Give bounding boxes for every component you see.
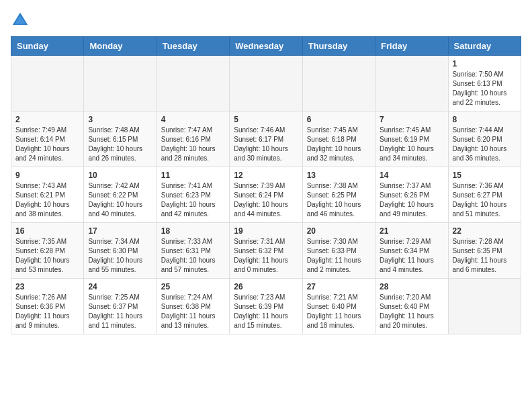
day-number: 20 bbox=[307, 226, 371, 236]
calendar-week-0: 1Sunrise: 7:50 AM Sunset: 6:13 PM Daylig… bbox=[11, 56, 521, 111]
day-info: Sunrise: 7:42 AM Sunset: 6:22 PM Dayligh… bbox=[88, 181, 152, 219]
day-number: 24 bbox=[88, 282, 152, 291]
calendar-cell bbox=[230, 56, 302, 111]
day-number: 17 bbox=[88, 226, 152, 236]
calendar-week-3: 16Sunrise: 7:35 AM Sunset: 6:28 PM Dayli… bbox=[11, 223, 521, 279]
calendar-cell: 3Sunrise: 7:48 AM Sunset: 6:15 PM Daylig… bbox=[84, 111, 157, 167]
day-number: 7 bbox=[380, 115, 443, 124]
calendar-week-2: 9Sunrise: 7:43 AM Sunset: 6:21 PM Daylig… bbox=[11, 167, 521, 223]
calendar-cell: 7Sunrise: 7:45 AM Sunset: 6:19 PM Daylig… bbox=[375, 111, 448, 167]
calendar-week-1: 2Sunrise: 7:49 AM Sunset: 6:14 PM Daylig… bbox=[11, 111, 521, 167]
day-number: 11 bbox=[161, 171, 225, 180]
calendar-cell: 23Sunrise: 7:26 AM Sunset: 6:36 PM Dayli… bbox=[11, 279, 84, 334]
day-info: Sunrise: 7:21 AM Sunset: 6:40 PM Dayligh… bbox=[307, 293, 371, 330]
calendar-cell: 16Sunrise: 7:35 AM Sunset: 6:28 PM Dayli… bbox=[11, 223, 84, 279]
day-info: Sunrise: 7:36 AM Sunset: 6:27 PM Dayligh… bbox=[453, 181, 517, 219]
day-info: Sunrise: 7:44 AM Sunset: 6:20 PM Dayligh… bbox=[453, 126, 517, 163]
day-info: Sunrise: 7:50 AM Sunset: 6:13 PM Dayligh… bbox=[453, 70, 517, 107]
calendar-cell: 13Sunrise: 7:38 AM Sunset: 6:25 PM Dayli… bbox=[302, 167, 375, 223]
calendar-cell: 25Sunrise: 7:24 AM Sunset: 6:38 PM Dayli… bbox=[157, 279, 229, 334]
day-number: 26 bbox=[234, 282, 298, 291]
calendar-cell: 5Sunrise: 7:46 AM Sunset: 6:17 PM Daylig… bbox=[230, 111, 302, 167]
day-info: Sunrise: 7:23 AM Sunset: 6:39 PM Dayligh… bbox=[234, 293, 298, 330]
calendar-cell: 2Sunrise: 7:49 AM Sunset: 6:14 PM Daylig… bbox=[11, 111, 84, 167]
day-info: Sunrise: 7:37 AM Sunset: 6:26 PM Dayligh… bbox=[380, 181, 443, 219]
weekday-wednesday: Wednesday bbox=[230, 37, 302, 56]
day-info: Sunrise: 7:29 AM Sunset: 6:34 PM Dayligh… bbox=[380, 237, 443, 275]
day-number: 16 bbox=[15, 226, 79, 236]
day-info: Sunrise: 7:49 AM Sunset: 6:14 PM Dayligh… bbox=[15, 126, 79, 163]
day-number: 14 bbox=[380, 171, 443, 180]
day-info: Sunrise: 7:35 AM Sunset: 6:28 PM Dayligh… bbox=[15, 237, 79, 275]
day-info: Sunrise: 7:45 AM Sunset: 6:19 PM Dayligh… bbox=[380, 126, 443, 163]
day-info: Sunrise: 7:33 AM Sunset: 6:31 PM Dayligh… bbox=[161, 237, 225, 275]
calendar-cell: 19Sunrise: 7:31 AM Sunset: 6:32 PM Dayli… bbox=[230, 223, 302, 279]
day-info: Sunrise: 7:31 AM Sunset: 6:32 PM Dayligh… bbox=[234, 237, 298, 275]
calendar-cell: 27Sunrise: 7:21 AM Sunset: 6:40 PM Dayli… bbox=[302, 279, 375, 334]
day-info: Sunrise: 7:20 AM Sunset: 6:40 PM Dayligh… bbox=[380, 293, 443, 330]
day-info: Sunrise: 7:26 AM Sunset: 6:36 PM Dayligh… bbox=[15, 293, 79, 330]
day-number: 25 bbox=[161, 282, 225, 291]
calendar-cell bbox=[375, 56, 448, 111]
day-number: 10 bbox=[88, 171, 152, 180]
calendar-body: 1Sunrise: 7:50 AM Sunset: 6:13 PM Daylig… bbox=[11, 56, 521, 334]
day-number: 27 bbox=[307, 282, 371, 291]
day-info: Sunrise: 7:46 AM Sunset: 6:17 PM Dayligh… bbox=[234, 126, 298, 163]
day-number: 19 bbox=[234, 226, 298, 236]
calendar-cell: 24Sunrise: 7:25 AM Sunset: 6:37 PM Dayli… bbox=[84, 279, 157, 334]
weekday-thursday: Thursday bbox=[302, 37, 375, 56]
day-info: Sunrise: 7:24 AM Sunset: 6:38 PM Dayligh… bbox=[161, 293, 225, 330]
day-info: Sunrise: 7:45 AM Sunset: 6:18 PM Dayligh… bbox=[307, 126, 371, 163]
day-info: Sunrise: 7:48 AM Sunset: 6:15 PM Dayligh… bbox=[88, 126, 152, 163]
day-number: 8 bbox=[453, 115, 517, 124]
day-info: Sunrise: 7:39 AM Sunset: 6:24 PM Dayligh… bbox=[234, 181, 298, 219]
weekday-saturday: Saturday bbox=[448, 37, 521, 56]
calendar-cell: 20Sunrise: 7:30 AM Sunset: 6:33 PM Dayli… bbox=[302, 223, 375, 279]
day-number: 5 bbox=[234, 115, 298, 124]
weekday-sunday: Sunday bbox=[11, 37, 84, 56]
weekday-monday: Monday bbox=[84, 37, 157, 56]
calendar-cell bbox=[302, 56, 375, 111]
calendar-table: SundayMondayTuesdayWednesdayThursdayFrid… bbox=[11, 36, 521, 334]
weekday-tuesday: Tuesday bbox=[157, 37, 229, 56]
day-number: 28 bbox=[380, 282, 443, 291]
day-info: Sunrise: 7:30 AM Sunset: 6:33 PM Dayligh… bbox=[307, 237, 371, 275]
day-number: 21 bbox=[380, 226, 443, 236]
calendar-cell bbox=[448, 279, 521, 334]
day-info: Sunrise: 7:34 AM Sunset: 6:30 PM Dayligh… bbox=[88, 237, 152, 275]
calendar-cell: 11Sunrise: 7:41 AM Sunset: 6:23 PM Dayli… bbox=[157, 167, 229, 223]
calendar-cell: 17Sunrise: 7:34 AM Sunset: 6:30 PM Dayli… bbox=[84, 223, 157, 279]
calendar-cell: 12Sunrise: 7:39 AM Sunset: 6:24 PM Dayli… bbox=[230, 167, 302, 223]
calendar-cell: 21Sunrise: 7:29 AM Sunset: 6:34 PM Dayli… bbox=[375, 223, 448, 279]
weekday-friday: Friday bbox=[375, 37, 448, 56]
day-info: Sunrise: 7:38 AM Sunset: 6:25 PM Dayligh… bbox=[307, 181, 371, 219]
day-info: Sunrise: 7:25 AM Sunset: 6:37 PM Dayligh… bbox=[88, 293, 152, 330]
day-number: 15 bbox=[453, 171, 517, 180]
day-number: 18 bbox=[161, 226, 225, 236]
calendar-cell: 14Sunrise: 7:37 AM Sunset: 6:26 PM Dayli… bbox=[375, 167, 448, 223]
calendar-cell: 9Sunrise: 7:43 AM Sunset: 6:21 PM Daylig… bbox=[11, 167, 84, 223]
day-number: 4 bbox=[161, 115, 225, 124]
calendar-cell: 8Sunrise: 7:44 AM Sunset: 6:20 PM Daylig… bbox=[448, 111, 521, 167]
page-header bbox=[11, 11, 521, 30]
day-info: Sunrise: 7:47 AM Sunset: 6:16 PM Dayligh… bbox=[161, 126, 225, 163]
day-number: 23 bbox=[15, 282, 79, 291]
calendar-cell: 6Sunrise: 7:45 AM Sunset: 6:18 PM Daylig… bbox=[302, 111, 375, 167]
weekday-header-row: SundayMondayTuesdayWednesdayThursdayFrid… bbox=[11, 37, 521, 56]
day-number: 9 bbox=[15, 171, 79, 180]
day-info: Sunrise: 7:28 AM Sunset: 6:35 PM Dayligh… bbox=[453, 237, 517, 275]
day-info: Sunrise: 7:43 AM Sunset: 6:21 PM Dayligh… bbox=[15, 181, 79, 219]
calendar-cell: 26Sunrise: 7:23 AM Sunset: 6:39 PM Dayli… bbox=[230, 279, 302, 334]
calendar-cell bbox=[157, 56, 229, 111]
calendar-cell: 22Sunrise: 7:28 AM Sunset: 6:35 PM Dayli… bbox=[448, 223, 521, 279]
calendar-cell bbox=[84, 56, 157, 111]
day-number: 12 bbox=[234, 171, 298, 180]
calendar-cell bbox=[11, 56, 84, 111]
day-number: 3 bbox=[88, 115, 152, 124]
calendar-cell: 18Sunrise: 7:33 AM Sunset: 6:31 PM Dayli… bbox=[157, 223, 229, 279]
calendar-cell: 10Sunrise: 7:42 AM Sunset: 6:22 PM Dayli… bbox=[84, 167, 157, 223]
logo-icon bbox=[11, 11, 30, 30]
day-number: 2 bbox=[15, 115, 79, 124]
day-info: Sunrise: 7:41 AM Sunset: 6:23 PM Dayligh… bbox=[161, 181, 225, 219]
logo bbox=[11, 11, 32, 30]
